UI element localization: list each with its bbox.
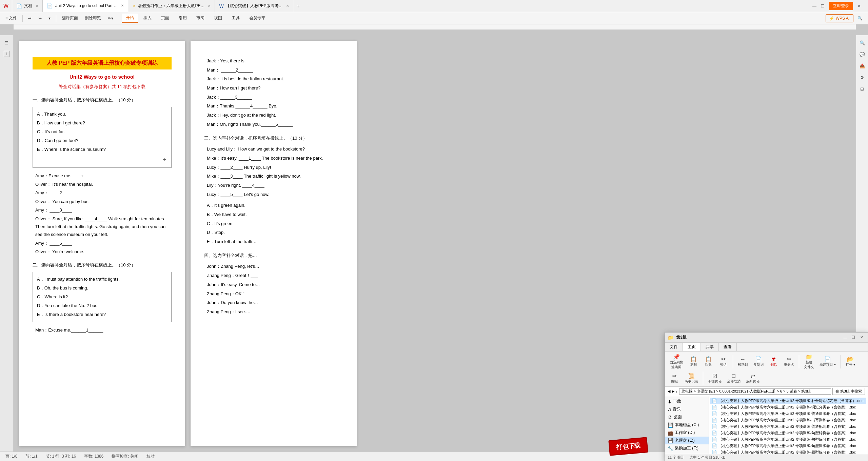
section2-title: 二、选内容补全对话，把序号填在横线上。（10 分） [33,261,172,269]
s3-opt-D: D．Stop. [204,228,343,237]
undo-dropdown[interactable]: ▾ [46,14,53,23]
menu-button[interactable]: ≡ 文件 [3,14,20,23]
fe-copyto-btn[interactable]: 📄 复制到 [751,355,766,368]
tab-pep[interactable]: W 【核心突破】人教PEP版高考… ✕ [215,0,293,12]
restore-icon[interactable]: ❐ [819,3,826,9]
toolbar-separator-3 [119,15,119,22]
fe-nav-e[interactable]: 💾 老硬盘 (E:) [665,437,709,444]
sidebar-comment-icon[interactable]: 💬 [857,49,867,59]
fe-tab-file[interactable]: 文件 [665,343,683,351]
p2-dialog-1: Jack：Yes, there is. [204,57,343,65]
fe-file-8[interactable]: 📄 【核心突破】人教PEP版高考六年级上册Unit2 专项训练-题型练习卷（含答… [710,449,866,454]
tab-summer-close[interactable]: ✕ [208,4,211,8]
fe-file-1[interactable]: 📄 【核心突破】人教PEP版高考六年级上册Unit2 专项训练-词汇分类卷（含答… [710,404,866,410]
tab-app-icon[interactable]: W [0,0,12,12]
tab-unit2-close[interactable]: ✕ [121,4,124,7]
move-icon: ↔ [740,356,746,362]
ribbon-tab-review[interactable]: 审阅 [192,14,209,23]
option-D1: D．Can I go on foot? [37,136,167,145]
register-button[interactable]: 立即登录 [829,2,853,10]
dialog-1-1: Amy：Excuse me. ___＋___ [33,172,172,180]
sidebar-settings-icon[interactable]: ⚙ [857,73,867,82]
fe-tab-home[interactable]: 主页 [683,343,701,351]
sidebar-share-icon[interactable]: 📤 [857,61,867,71]
fe-file-3[interactable]: 📄 【核心突破】人教PEP版高考六年级上册Unit2 专项训练-书写训练卷（含答… [710,417,866,423]
fe-pin-button[interactable]: 📌 固定到快速访问 [668,353,685,370]
ribbon-tab-insert[interactable]: 插入 [139,14,156,23]
fe-move-btn[interactable]: ↔ 移动到 [736,356,750,368]
fe-up-icon[interactable]: ↑ [676,389,678,394]
fe-nav-d[interactable]: 💼 工作室 (D:) [665,429,709,437]
fe-file-7[interactable]: 📄 【核心突破】人教PEP版高考六年级上册Unit2 专项训练-句型训练卷（含答… [710,443,866,449]
close-icon[interactable]: ✕ [856,3,863,9]
undo-button[interactable]: ↩ [25,14,34,23]
fe-nav-download[interactable]: ⬇ 下载 [665,398,709,405]
fe-nav-music[interactable]: ♫ 音乐 [665,405,709,413]
wps-ai-button[interactable]: ⚡ WPS AI [826,14,853,22]
fe-back-icon[interactable]: ◀ [668,389,670,394]
fe-tab-view[interactable]: 查看 [719,343,737,351]
file-explorer: 📁 第3组 — ❐ ✕ 文件 主页 共享 查看 📌 固定到快速访问 📋 复制 📋… [665,332,868,461]
wps-ai-icon: ⚡ [829,16,834,21]
fe-open-btn[interactable]: 📂 打开 ▾ [844,355,857,368]
ribbon-tab-start[interactable]: 开始 [122,14,138,23]
fe-delete-btn[interactable]: 🗑 删除 [767,356,781,368]
s3-dialog-2: Lucy：____2____ Hurry up, Lily! [204,163,343,172]
format-dropdown[interactable]: ✏▾ [105,14,116,23]
redo-button[interactable]: ↪ [36,14,44,23]
tab-pep-close[interactable]: ✕ [286,4,289,8]
fe-rename-btn[interactable]: ✏ 重命名 [782,355,796,368]
fe-newfolder-btn[interactable]: 📁 新建文件夹 [802,353,816,370]
fe-file-6[interactable]: 📄 【核心突破】人教PEP版高考六年级上册Unit2 专项训练-句型练习卷（含答… [710,436,866,443]
fe-selectall-btn[interactable]: ☑ 全部选择 [706,372,724,385]
search-button[interactable]: 🔍 [855,14,865,23]
ribbon-tab-page[interactable]: 页面 [157,14,173,23]
fe-edit-btn[interactable]: ✏ 编辑 [668,372,681,385]
fe-history-label: 历史记录 [685,379,698,384]
fe-file-2[interactable]: 📄 【核心突破】人教PEP版高考六年级上册Unit2 专项训练-普通训练卷（含答… [710,410,866,417]
fe-file-0[interactable]: 📄 【核心突破】人教PEP版高考六年级上册Unit2 专项训练-补全对话练习卷（… [710,398,866,404]
tab-doc[interactable]: 📄 文档 ✕ [12,0,43,12]
delete-preview-button[interactable]: 删除即览 [82,14,104,23]
fe-paste-btn[interactable]: 📋 粘贴 [702,355,715,368]
fe-cut-btn[interactable]: ✂ 剪切 [716,355,730,368]
window-controls: — ❐ [811,3,826,9]
fe-file-name-0: 【核心突破】人教PEP版高考六年级上册Unit2 专项训练-补全对话练习卷（含答… [718,398,863,403]
fe-minimize-icon[interactable]: — [842,334,849,341]
fe-forward-icon[interactable]: ▶ [672,389,674,394]
sidebar-search-icon[interactable]: 🔍 [857,38,867,47]
fe-close-icon[interactable]: ✕ [858,334,865,341]
minimize-icon[interactable]: — [811,3,818,9]
tab-doc-close[interactable]: ✕ [36,4,38,8]
fe-restore-icon[interactable]: ❐ [850,334,857,341]
translate-button[interactable]: 翻译页面 [59,14,81,23]
sidebar-nav-icon[interactable]: ☰ [2,38,12,48]
fe-file-5[interactable]: 📄 【核心突破】人教PEP版高考六年级上册Unit2 专项训练-句型转换卷（含答… [710,430,866,436]
options-box-2: A．I must pay attention to the traffic li… [33,272,172,322]
fe-tab-share[interactable]: 共享 [701,343,719,351]
fe-newitem-label: 新建项目 ▾ [820,362,836,367]
ribbon-tab-view[interactable]: 视图 [210,14,226,23]
fe-nav-c[interactable]: 💾 本地磁盘 (C:) [665,421,709,429]
tab-pep-label: 【核心突破】人教PEP版高考… [226,3,283,9]
expand-icon[interactable]: ＋ [37,154,167,165]
tab-summer[interactable]: ☀ 暑假预习作业：六年级上册人教PE… ✕ [128,0,215,12]
fe-file-name-1: 【核心突破】人教PEP版高考六年级上册Unit2 专项训练-词汇分类卷（含答案）… [718,405,856,410]
fe-history-btn[interactable]: 📜 历史记录 [683,372,700,385]
fe-invert-btn[interactable]: ⇄ 反向选择 [744,372,762,385]
fe-search-input[interactable]: 在 第3组 中搜索 [832,388,865,395]
new-tab-button[interactable]: + [293,3,303,9]
copy-icon: 📋 [690,356,697,362]
fe-file-4[interactable]: 📄 【核心突破】人教PEP版高考六年级上册Unit2 专项训练-普通配套卷（含答… [710,423,866,430]
tab-unit2[interactable]: 📄 Unit 2 Ways to go to school Part … ✕ [43,0,128,12]
fe-copy-btn[interactable]: 📋 复制 [687,355,700,368]
fe-address-input[interactable] [679,388,831,395]
fe-newitem-btn[interactable]: 📄 新建项目 ▾ [817,355,838,368]
ribbon-tab-tools[interactable]: 工具 [228,14,244,23]
fe-deselect-btn[interactable]: □ 全部取消 [725,372,743,384]
fe-nav-f[interactable]: 🔧 采购加工 (F:) [665,444,709,452]
sidebar-expand-icon[interactable]: ⊞ [857,84,867,94]
ribbon-tab-vip[interactable]: 会员专享 [245,14,270,23]
fe-nav-desktop[interactable]: 🖥 桌面 [665,413,709,421]
ribbon-tab-ref[interactable]: 引用 [175,14,191,23]
